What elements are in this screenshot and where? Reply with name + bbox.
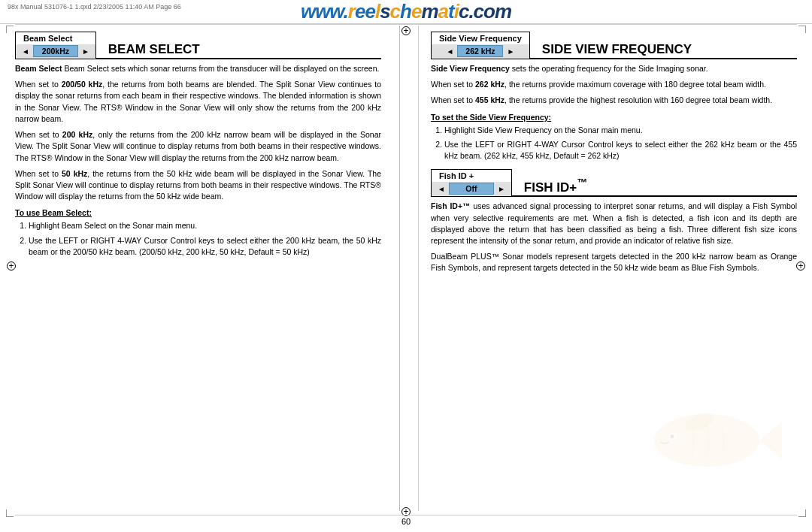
left-column: Beam Select ◄ 200kHz ► BEAM SELECT Beam … <box>15 26 381 511</box>
corner-bl <box>6 509 14 517</box>
site-logo: www.reelschematic.com <box>301 0 511 23</box>
side-view-header: Side View Frequency ◄ 262 kHz ► SIDE VIE… <box>431 32 797 59</box>
page-content: Beam Select ◄ 200kHz ► BEAM SELECT Beam … <box>15 26 797 511</box>
beam-select-header: Beam Select ◄ 200kHz ► BEAM SELECT <box>15 32 381 59</box>
page-number: 60 <box>401 517 411 526</box>
beam-select-label: Beam Select <box>16 32 95 44</box>
side-view-title: SIDE VIEW FREQUENCY <box>530 42 797 59</box>
fish-id-para2: DualBeam PLUS™ Sonar models represent ta… <box>431 251 797 274</box>
page-meta: 98x Manual 531076-1 1.qxd 2/23/2005 11:4… <box>8 3 181 11</box>
beam-select-steps: Highlight Beam Select on the Sonar main … <box>29 220 381 258</box>
corner-br <box>798 509 806 517</box>
column-divider <box>399 26 400 511</box>
beam-select-value: 200kHz <box>33 45 78 57</box>
beam-select-controls: ◄ 200kHz ► <box>16 44 95 59</box>
side-view-controls: ◄ 262 kHz ► <box>432 44 529 59</box>
fish-id-title: FISH ID+™ <box>512 177 797 198</box>
fish-id-controls: ◄ Off ► <box>432 182 511 196</box>
beam-select-para3: When set to 50 kHz, the returns from the… <box>15 168 381 203</box>
beam-select-right-arrow[interactable]: ► <box>82 47 89 56</box>
bottom-rule <box>15 515 797 515</box>
beam-select-section: Beam Select ◄ 200kHz ► BEAM SELECT Beam … <box>15 32 381 258</box>
corner-tl <box>6 26 14 33</box>
beam-select-title: BEAM SELECT <box>96 42 381 59</box>
beam-select-bold-label: Beam Select <box>15 64 62 73</box>
fish-id-value: Off <box>449 183 494 195</box>
beam-select-control-box: Beam Select ◄ 200kHz ► <box>15 32 96 59</box>
side-view-step-2: Use the LEFT or RIGHT 4-WAY Cursor Contr… <box>444 139 797 162</box>
top-rule <box>15 24 797 25</box>
side-view-step-1: Highlight Side View Frequency on the Son… <box>444 125 797 136</box>
fish-id-right-arrow[interactable]: ► <box>498 185 505 193</box>
right-column: Side View Frequency ◄ 262 kHz ► SIDE VIE… <box>418 26 797 511</box>
beam-select-step-2: Use the LEFT or RIGHT 4-WAY Cursor Contr… <box>29 235 381 258</box>
corner-tr <box>798 26 806 33</box>
side-view-how-to: To set the Side View Frequency: <box>431 113 797 122</box>
side-view-control-box: Side View Frequency ◄ 262 kHz ► <box>431 32 530 59</box>
beam-select-left-arrow[interactable]: ◄ <box>22 47 29 56</box>
beam-select-how-to: To use Beam Select: <box>15 208 381 217</box>
side-view-description: Side View Frequency sets the operating f… <box>431 63 797 74</box>
side-view-section: Side View Frequency ◄ 262 kHz ► SIDE VIE… <box>431 32 797 162</box>
fish-id-control-box: Fish ID + ◄ Off ► <box>431 169 512 197</box>
fish-id-left-arrow[interactable]: ◄ <box>438 185 445 193</box>
side-view-label: Side View Frequency <box>432 32 529 44</box>
beam-select-para1: When set to 200/50 kHz, the returns from… <box>15 79 381 125</box>
reg-mark-right <box>795 261 806 271</box>
side-view-left-arrow[interactable]: ◄ <box>446 47 453 56</box>
page-header: 98x Manual 531076-1 1.qxd 2/23/2005 11:4… <box>0 0 812 24</box>
side-view-steps: Highlight Side View Frequency on the Son… <box>444 125 797 162</box>
beam-select-desc-text: Beam Select sets which sonar returns fro… <box>64 64 379 73</box>
fish-id-description: Fish ID+™ uses advanced signal processin… <box>431 201 797 246</box>
beam-select-para2: When set to 200 kHz, only the returns fr… <box>15 129 381 164</box>
side-view-value: 262 kHz <box>457 45 503 57</box>
beam-select-step-1: Highlight Beam Select on the Sonar main … <box>29 220 381 231</box>
side-view-para1: When set to 262 kHz, the returns provide… <box>431 79 797 90</box>
side-view-para2: When set to 455 kHz, the returns provide… <box>431 95 797 106</box>
fish-id-label: Fish ID + <box>432 170 511 182</box>
fish-id-section: Fish ID + ◄ Off ► FISH ID+™ Fish ID+™ us… <box>431 169 797 274</box>
fish-id-header: Fish ID + ◄ Off ► FISH ID+™ <box>431 169 797 197</box>
side-view-right-arrow[interactable]: ► <box>507 47 514 56</box>
beam-select-description: Beam Select Beam Select sets which sonar… <box>15 63 381 74</box>
